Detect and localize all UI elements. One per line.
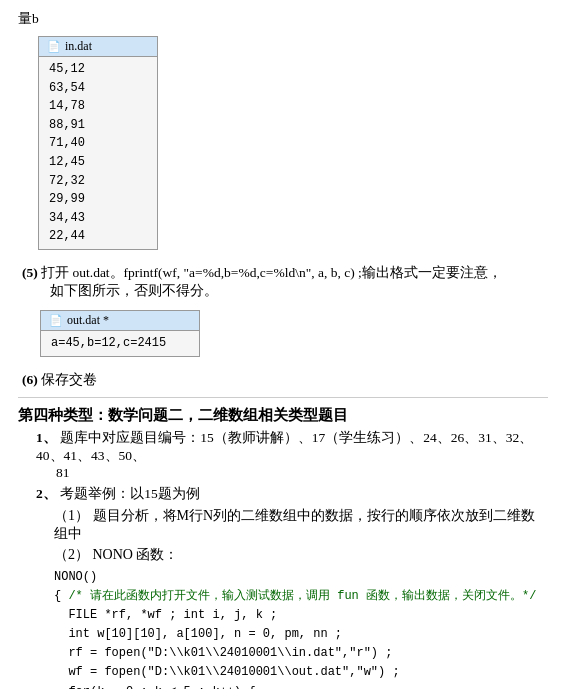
file-in-tab-label: in.dat — [65, 39, 92, 54]
code-line-5: rf = fopen("D:\\k01\\24010001\\in.dat","… — [54, 644, 548, 663]
step-6: (6) 保存交卷 — [18, 371, 548, 389]
sub2-text: NONO 函数： — [93, 547, 179, 562]
divider — [18, 397, 548, 398]
file-in-line8: 29,99 — [49, 190, 147, 209]
file-out-icon: 📄 — [49, 314, 63, 327]
code-line-1: NONO() — [54, 568, 548, 587]
code-block: NONO() { /* 请在此函数内打开文件，输入测试数据，调用 fun 函数，… — [54, 568, 548, 689]
file-in-line9: 34,43 — [49, 209, 147, 228]
item2-num: 2、 — [36, 486, 57, 501]
item1: 1、 题库中对应题目编号：15（教师讲解）、17（学生练习）、24、26、31、… — [36, 429, 548, 481]
file-in-content: 45,12 63,54 14,78 88,91 71,40 12,45 72,3… — [39, 57, 157, 249]
file-in-line5: 71,40 — [49, 134, 147, 153]
file-out-box: 📄 out.dat * a=45,b=12,c=2415 — [40, 310, 200, 357]
file-in-line2: 63,54 — [49, 79, 147, 98]
step5-text: 打开 out.dat。fprintf(wf, "a=%d,b=%d,c=%ld\… — [41, 265, 502, 280]
file-in-line4: 88,91 — [49, 116, 147, 135]
sub1: （1） 题目分析，将M行N列的二维数组中的数据，按行的顺序依次放到二维数组中 — [54, 507, 548, 543]
file-in-tab: 📄 in.dat — [39, 37, 157, 57]
file-out-content: a=45,b=12,c=2415 — [41, 331, 199, 356]
file-out-tab-label: out.dat * — [67, 313, 109, 328]
code-line-3: FILE *rf, *wf ; int i, j, k ; — [54, 606, 548, 625]
sub1-label: （1） — [54, 508, 93, 523]
item1-text: 题库中对应题目编号：15（教师讲解）、17（学生练习）、24、26、31、32、… — [36, 430, 533, 463]
file-in-line7: 72,32 — [49, 172, 147, 191]
item2: 2、 考题举例：以15题为例 — [36, 485, 548, 503]
step6-label: (6) — [22, 372, 38, 387]
section-b-label: 量b — [18, 10, 548, 28]
item1-text2: 81 — [56, 465, 70, 480]
sub2: （2） NONO 函数： — [54, 546, 548, 564]
code-line-7: for(k = 0 ; k < 5 ; k++) { — [54, 683, 548, 689]
file-out-line1: a=45,b=12,c=2415 — [51, 334, 189, 353]
file-icon: 📄 — [47, 40, 61, 53]
code-line-6: wf = fopen("D:\\k01\\24010001\\out.dat",… — [54, 663, 548, 682]
item1-num: 1、 — [36, 430, 57, 445]
step5-label: (5) — [22, 265, 38, 280]
item2-text: 考题举例：以15题为例 — [60, 486, 200, 501]
file-in-line6: 12,45 — [49, 153, 147, 172]
file-in-box: 📄 in.dat 45,12 63,54 14,78 88,91 71,40 1… — [38, 36, 158, 250]
file-out-tab: 📄 out.dat * — [41, 311, 199, 331]
sub2-label: （2） — [54, 547, 93, 562]
step-5: (5) 打开 out.dat。fprintf(wf, "a=%d,b=%d,c=… — [18, 264, 548, 300]
code-line-4: int w[10][10], a[100], n = 0, pm, nn ; — [54, 625, 548, 644]
sub1-text: 题目分析，将M行N列的二维数组中的数据，按行的顺序依次放到二维数组中 — [54, 508, 535, 541]
step6-text: 保存交卷 — [41, 372, 97, 387]
step5-text2: 如下图所示，否则不得分。 — [50, 283, 218, 298]
code-line-2: { /* 请在此函数内打开文件，输入测试数据，调用 fun 函数，输出数据，关闭… — [54, 587, 548, 606]
file-in-line10: 22,44 — [49, 227, 147, 246]
file-in-line1: 45,12 — [49, 60, 147, 79]
section4-title: 第四种类型：数学问题二，二维数组相关类型题目 — [18, 406, 548, 425]
file-in-line3: 14,78 — [49, 97, 147, 116]
